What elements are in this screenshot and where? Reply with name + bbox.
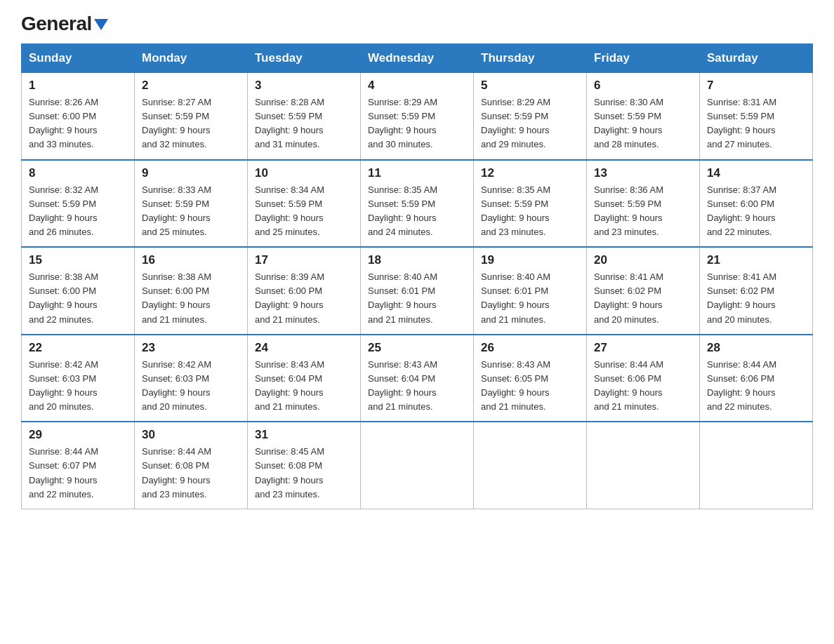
day-info: Sunrise: 8:34 AM Sunset: 5:59 PM Dayligh…	[255, 183, 353, 240]
calendar-cell: 30 Sunrise: 8:44 AM Sunset: 6:08 PM Dayl…	[135, 422, 248, 509]
calendar-cell: 29 Sunrise: 8:44 AM Sunset: 6:07 PM Dayl…	[22, 422, 135, 509]
calendar-cell	[587, 422, 700, 509]
day-number: 4	[368, 79, 466, 93]
day-number: 20	[594, 253, 692, 267]
day-number: 5	[481, 79, 579, 93]
calendar-cell: 14 Sunrise: 8:37 AM Sunset: 6:00 PM Dayl…	[700, 160, 813, 248]
day-number: 3	[255, 79, 353, 93]
calendar-cell: 5 Sunrise: 8:29 AM Sunset: 5:59 PM Dayli…	[474, 73, 587, 160]
calendar-cell: 2 Sunrise: 8:27 AM Sunset: 5:59 PM Dayli…	[135, 73, 248, 160]
day-info: Sunrise: 8:29 AM Sunset: 5:59 PM Dayligh…	[481, 95, 579, 152]
day-info: Sunrise: 8:26 AM Sunset: 6:00 PM Dayligh…	[29, 95, 127, 152]
calendar-cell: 8 Sunrise: 8:32 AM Sunset: 5:59 PM Dayli…	[22, 160, 135, 248]
calendar-cell: 28 Sunrise: 8:44 AM Sunset: 6:06 PM Dayl…	[700, 335, 813, 422]
calendar-cell: 18 Sunrise: 8:40 AM Sunset: 6:01 PM Dayl…	[361, 247, 474, 335]
calendar-cell: 15 Sunrise: 8:38 AM Sunset: 6:00 PM Dayl…	[22, 247, 135, 335]
day-info: Sunrise: 8:38 AM Sunset: 6:00 PM Dayligh…	[142, 270, 240, 327]
day-number: 18	[368, 253, 466, 267]
day-info: Sunrise: 8:43 AM Sunset: 6:04 PM Dayligh…	[368, 358, 466, 415]
calendar-cell: 9 Sunrise: 8:33 AM Sunset: 5:59 PM Dayli…	[135, 160, 248, 248]
day-info: Sunrise: 8:29 AM Sunset: 5:59 PM Dayligh…	[368, 95, 466, 152]
day-number: 10	[255, 166, 353, 180]
calendar-table: SundayMondayTuesdayWednesdayThursdayFrid…	[21, 43, 813, 509]
day-info: Sunrise: 8:41 AM Sunset: 6:02 PM Dayligh…	[594, 270, 692, 327]
calendar-cell: 11 Sunrise: 8:35 AM Sunset: 5:59 PM Dayl…	[361, 160, 474, 248]
calendar-day-header: Friday	[587, 44, 700, 73]
calendar-cell: 24 Sunrise: 8:43 AM Sunset: 6:04 PM Dayl…	[248, 335, 361, 422]
day-info: Sunrise: 8:27 AM Sunset: 5:59 PM Dayligh…	[142, 95, 240, 152]
calendar-cell: 19 Sunrise: 8:40 AM Sunset: 6:01 PM Dayl…	[474, 247, 587, 335]
day-number: 24	[255, 341, 353, 355]
day-info: Sunrise: 8:40 AM Sunset: 6:01 PM Dayligh…	[368, 270, 466, 327]
calendar-cell: 16 Sunrise: 8:38 AM Sunset: 6:00 PM Dayl…	[135, 247, 248, 335]
calendar-cell: 27 Sunrise: 8:44 AM Sunset: 6:06 PM Dayl…	[587, 335, 700, 422]
calendar-week-row: 29 Sunrise: 8:44 AM Sunset: 6:07 PM Dayl…	[22, 422, 813, 509]
calendar-cell: 21 Sunrise: 8:41 AM Sunset: 6:02 PM Dayl…	[700, 247, 813, 335]
day-number: 29	[29, 428, 127, 442]
calendar-cell: 1 Sunrise: 8:26 AM Sunset: 6:00 PM Dayli…	[22, 73, 135, 160]
day-number: 15	[29, 253, 127, 267]
day-number: 12	[481, 166, 579, 180]
day-number: 11	[368, 166, 466, 180]
day-info: Sunrise: 8:32 AM Sunset: 5:59 PM Dayligh…	[29, 183, 127, 240]
day-number: 1	[29, 79, 127, 93]
day-number: 27	[594, 341, 692, 355]
calendar-cell: 23 Sunrise: 8:42 AM Sunset: 6:03 PM Dayl…	[135, 335, 248, 422]
day-number: 25	[368, 341, 466, 355]
day-info: Sunrise: 8:38 AM Sunset: 6:00 PM Dayligh…	[29, 270, 127, 327]
day-info: Sunrise: 8:42 AM Sunset: 6:03 PM Dayligh…	[29, 358, 127, 415]
calendar-cell: 25 Sunrise: 8:43 AM Sunset: 6:04 PM Dayl…	[361, 335, 474, 422]
calendar-cell: 31 Sunrise: 8:45 AM Sunset: 6:08 PM Dayl…	[248, 422, 361, 509]
day-number: 23	[142, 341, 240, 355]
day-number: 28	[707, 341, 805, 355]
calendar-day-header: Sunday	[22, 44, 135, 73]
day-info: Sunrise: 8:31 AM Sunset: 5:59 PM Dayligh…	[707, 95, 805, 152]
calendar-cell	[474, 422, 587, 509]
calendar-cell: 13 Sunrise: 8:36 AM Sunset: 5:59 PM Dayl…	[587, 160, 700, 248]
calendar-day-header: Tuesday	[248, 44, 361, 73]
day-info: Sunrise: 8:44 AM Sunset: 6:08 PM Dayligh…	[142, 445, 240, 502]
day-number: 16	[142, 253, 240, 267]
day-info: Sunrise: 8:44 AM Sunset: 6:06 PM Dayligh…	[707, 358, 805, 415]
calendar-cell: 10 Sunrise: 8:34 AM Sunset: 5:59 PM Dayl…	[248, 160, 361, 248]
day-number: 14	[707, 166, 805, 180]
day-info: Sunrise: 8:43 AM Sunset: 6:05 PM Dayligh…	[481, 358, 579, 415]
logo-top: General	[21, 14, 108, 34]
calendar-day-header: Monday	[135, 44, 248, 73]
day-number: 17	[255, 253, 353, 267]
day-info: Sunrise: 8:40 AM Sunset: 6:01 PM Dayligh…	[481, 270, 579, 327]
day-info: Sunrise: 8:41 AM Sunset: 6:02 PM Dayligh…	[707, 270, 805, 327]
calendar-cell: 6 Sunrise: 8:30 AM Sunset: 5:59 PM Dayli…	[587, 73, 700, 160]
day-info: Sunrise: 8:28 AM Sunset: 5:59 PM Dayligh…	[255, 95, 353, 152]
calendar-cell: 3 Sunrise: 8:28 AM Sunset: 5:59 PM Dayli…	[248, 73, 361, 160]
day-number: 13	[594, 166, 692, 180]
day-number: 21	[707, 253, 805, 267]
day-number: 9	[142, 166, 240, 180]
day-number: 6	[594, 79, 692, 93]
calendar-cell: 4 Sunrise: 8:29 AM Sunset: 5:59 PM Dayli…	[361, 73, 474, 160]
day-info: Sunrise: 8:33 AM Sunset: 5:59 PM Dayligh…	[142, 183, 240, 240]
calendar-cell: 7 Sunrise: 8:31 AM Sunset: 5:59 PM Dayli…	[700, 73, 813, 160]
day-number: 26	[481, 341, 579, 355]
day-number: 30	[142, 428, 240, 442]
logo-general-text: General	[21, 13, 92, 34]
day-number: 22	[29, 341, 127, 355]
calendar-day-header: Saturday	[700, 44, 813, 73]
calendar-cell	[361, 422, 474, 509]
calendar-day-header: Wednesday	[361, 44, 474, 73]
calendar-day-header: Thursday	[474, 44, 587, 73]
day-info: Sunrise: 8:45 AM Sunset: 6:08 PM Dayligh…	[255, 445, 353, 502]
calendar-cell: 26 Sunrise: 8:43 AM Sunset: 6:05 PM Dayl…	[474, 335, 587, 422]
day-info: Sunrise: 8:44 AM Sunset: 6:07 PM Dayligh…	[29, 445, 127, 502]
day-info: Sunrise: 8:36 AM Sunset: 5:59 PM Dayligh…	[594, 183, 692, 240]
day-number: 19	[481, 253, 579, 267]
day-number: 7	[707, 79, 805, 93]
page-header: General	[21, 14, 813, 31]
calendar-week-row: 15 Sunrise: 8:38 AM Sunset: 6:00 PM Dayl…	[22, 247, 813, 335]
day-info: Sunrise: 8:37 AM Sunset: 6:00 PM Dayligh…	[707, 183, 805, 240]
day-info: Sunrise: 8:44 AM Sunset: 6:06 PM Dayligh…	[594, 358, 692, 415]
day-number: 31	[255, 428, 353, 442]
logo-triangle-icon	[94, 19, 108, 30]
calendar-week-row: 8 Sunrise: 8:32 AM Sunset: 5:59 PM Dayli…	[22, 160, 813, 248]
calendar-cell: 20 Sunrise: 8:41 AM Sunset: 6:02 PM Dayl…	[587, 247, 700, 335]
